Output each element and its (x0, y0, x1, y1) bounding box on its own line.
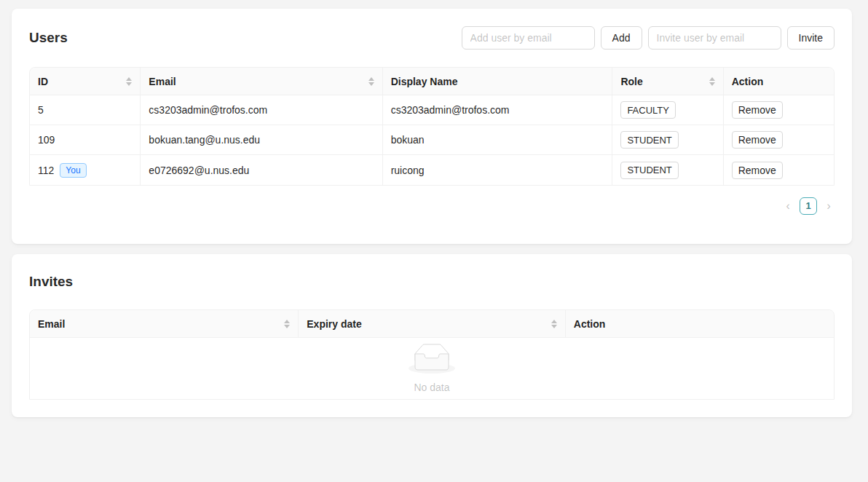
user-display-name-cell: ruicong (383, 155, 613, 185)
invites-table: Email Expiry date Action (29, 309, 835, 400)
user-controls: Add Invite (462, 26, 835, 50)
role-select[interactable]: FACULTY (620, 101, 676, 119)
users-card: Users Add Invite ID Ema (12, 9, 852, 244)
role-select[interactable]: STUDENT (620, 162, 678, 179)
next-page-icon[interactable]: › (823, 197, 835, 215)
user-row: 112You e0726692@u.nus.edu ruicong STUDEN… (30, 155, 834, 185)
sort-carets-icon (709, 77, 715, 86)
column-label: ID (38, 76, 48, 87)
remove-user-button[interactable]: Remove (732, 162, 783, 179)
column-header-action: Action (724, 68, 834, 95)
role-select[interactable]: STUDENT (620, 131, 678, 149)
invites-table-header-row: Email Expiry date Action (30, 310, 834, 338)
user-email-cell: cs3203admin@trofos.com (141, 95, 382, 125)
user-action-cell: Remove (724, 155, 834, 185)
empty-row: No data (30, 338, 834, 399)
column-header-email[interactable]: Email (141, 68, 382, 95)
column-label: Action (574, 318, 606, 330)
user-email-cell: bokuan.tang@u.nus.edu (141, 125, 382, 155)
user-display-name-cell: bokuan (383, 125, 613, 155)
column-label: Action (732, 76, 764, 87)
column-header-invite-action: Action (566, 310, 834, 338)
user-row: 109 bokuan.tang@u.nus.edu bokuan STUDENT… (30, 125, 834, 155)
user-action-cell: Remove (724, 95, 834, 125)
pagination: ‹ 1 › (29, 197, 835, 215)
column-header-expiry-date[interactable]: Expiry date (299, 310, 566, 338)
user-action-cell: Remove (724, 125, 834, 155)
user-id-cell: 5 (30, 95, 141, 125)
empty-box-icon (409, 344, 455, 374)
user-id-cell: 112You (30, 155, 141, 185)
invite-user-input[interactable] (648, 26, 781, 50)
user-row: 5 cs3203admin@trofos.com cs3203admin@tro… (30, 95, 834, 125)
user-role-cell: STUDENT (612, 155, 723, 185)
invites-title: Invites (29, 272, 73, 292)
prev-page-icon[interactable]: ‹ (782, 197, 794, 215)
users-table: ID Email Display Name Role (29, 67, 835, 186)
user-display-name-cell: cs3203admin@trofos.com (383, 95, 613, 125)
invites-card-header: Invites (29, 272, 835, 292)
you-badge: You (60, 163, 86, 178)
user-role-cell: FACULTY (612, 95, 723, 125)
column-label: Display Name (391, 76, 458, 87)
column-label: Role (620, 76, 642, 87)
add-user-button[interactable]: Add (601, 26, 642, 50)
sort-carets-icon (284, 320, 290, 328)
user-id-cell: 109 (30, 125, 141, 155)
empty-state: No data (30, 338, 834, 399)
page-1-button[interactable]: 1 (800, 197, 817, 215)
sort-carets-icon (551, 320, 557, 328)
add-user-input[interactable] (462, 26, 595, 50)
column-header-role[interactable]: Role (612, 68, 723, 95)
remove-user-button[interactable]: Remove (732, 131, 783, 149)
sort-carets-icon (126, 77, 132, 86)
invite-user-button[interactable]: Invite (787, 26, 835, 50)
no-data-text: No data (38, 382, 826, 393)
column-label: Email (38, 318, 65, 330)
column-header-display-name: Display Name (383, 68, 613, 95)
users-card-header: Users Add Invite (29, 26, 835, 50)
invites-card: Invites Email Expiry date Action (12, 254, 852, 417)
sort-carets-icon (368, 77, 374, 86)
page: Users Add Invite ID Ema (0, 0, 868, 435)
column-label: Email (149, 76, 175, 87)
users-title: Users (29, 28, 68, 48)
user-role-cell: STUDENT (612, 125, 723, 155)
users-table-header-row: ID Email Display Name Role (30, 68, 834, 95)
user-email-cell: e0726692@u.nus.edu (141, 155, 382, 185)
column-label: Expiry date (307, 318, 361, 330)
column-header-invite-email[interactable]: Email (30, 310, 299, 338)
remove-user-button[interactable]: Remove (732, 101, 783, 119)
column-header-id[interactable]: ID (30, 68, 141, 95)
